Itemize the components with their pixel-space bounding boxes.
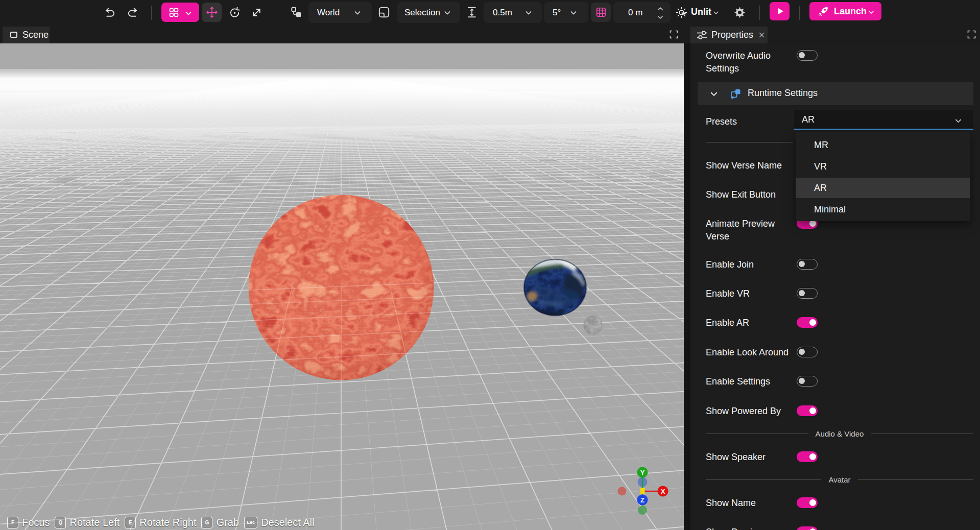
svg-text:X: X <box>661 488 665 495</box>
svg-text:Z: Z <box>640 496 644 504</box>
svg-text:Y: Y <box>640 469 645 476</box>
